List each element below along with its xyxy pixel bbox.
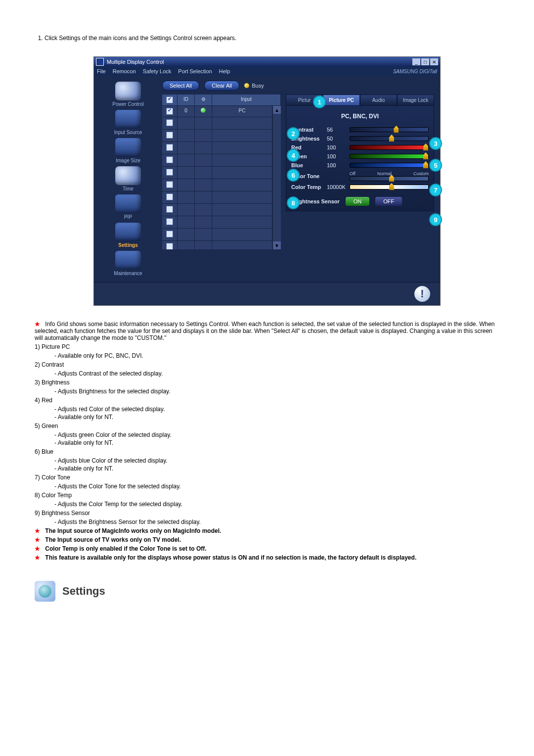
green-value: 100 (327, 153, 346, 159)
sidebar-item-label: Settings (118, 242, 137, 248)
callout-2: 2 (287, 127, 300, 140)
red-value: 100 (327, 144, 346, 150)
star-icon: ★ (35, 545, 41, 552)
blue-slider[interactable] (350, 163, 429, 168)
note-6-sub2: - Available only for NT. (54, 465, 499, 472)
red-row: Red 100 (291, 144, 429, 150)
brightness-sensor-off-button[interactable]: OFF (375, 197, 402, 206)
note-7-sub: - Adjusts the Color Tone for the selecte… (54, 483, 499, 490)
scroll-up-icon[interactable]: ▲ (273, 106, 281, 114)
section-heading: Settings (35, 581, 499, 602)
sidebar-item-maintenance[interactable]: Maintenance (99, 251, 157, 276)
note-4-sub: - Adjusts red Color of the selected disp… (54, 406, 499, 413)
blue-value: 100 (327, 162, 346, 168)
callout-6: 6 (287, 169, 300, 182)
color-temp-slider[interactable] (350, 185, 429, 189)
menu-help[interactable]: Help (219, 68, 230, 74)
grid-row-empty (162, 154, 272, 167)
sidebar: Power Control Input Source Image Size Ti… (97, 79, 159, 279)
sidebar-item-label: Image Size (116, 158, 140, 163)
window-title: Multiple Display Control (107, 59, 164, 65)
green-slider[interactable] (350, 154, 429, 159)
note-4-sub2: - Available only for NT. (54, 414, 499, 421)
grid-row-empty (162, 241, 272, 249)
grid-row-empty (162, 229, 272, 241)
callout-8: 8 (287, 196, 300, 209)
sidebar-item-power[interactable]: Power Control (99, 82, 157, 107)
grid-header-input: Input (212, 94, 281, 105)
settings-heading-icon (35, 581, 55, 602)
tone-normal-label: Normal (377, 171, 392, 176)
brightness-sensor-on-button[interactable]: ON (346, 197, 370, 206)
contrast-row: Contrast 56 (291, 127, 429, 133)
menu-file[interactable]: File (97, 68, 106, 74)
sidebar-item-time[interactable]: Time (99, 166, 157, 191)
close-button[interactable]: ✕ (430, 58, 438, 65)
callout-9: 9 (429, 213, 442, 226)
maintenance-icon (115, 251, 141, 270)
red-slider[interactable] (350, 145, 429, 150)
blue-label: Blue (291, 162, 323, 168)
busy-label: Busy (252, 83, 264, 89)
color-tone-slider[interactable] (350, 176, 429, 181)
grid-row-empty (162, 204, 272, 216)
grid-row-empty (162, 179, 272, 191)
brand-logo: SAMSUNG DIGITall (393, 69, 437, 74)
settings-heading-text: Settings (62, 585, 105, 598)
contrast-value: 56 (327, 127, 346, 133)
image-size-icon (115, 138, 141, 157)
tab-image-lock[interactable]: Image Lock (397, 94, 434, 105)
sidebar-item-input[interactable]: Input Source (99, 110, 157, 135)
grid-header-status: ⚙ (195, 94, 212, 105)
note-1-heading: 1) Picture PC (35, 343, 499, 350)
grid-row-empty (162, 167, 272, 179)
note-8-sub: - Adjusts the Color Temp for the selecte… (54, 501, 499, 508)
brightness-row: Brightness 50 (291, 136, 429, 142)
panel-header: PC, BNC, DVI (291, 113, 429, 120)
note-9-heading: 9) Brightness Sensor (35, 510, 499, 517)
tone-custom-label: Custom (413, 171, 429, 176)
info-icon[interactable]: ! (414, 286, 430, 302)
note-6-heading: 6) Blue (35, 448, 499, 455)
pip-icon (115, 194, 141, 213)
sidebar-item-image-size[interactable]: Image Size (99, 138, 157, 163)
sidebar-item-settings[interactable]: Settings (99, 223, 157, 248)
menu-safety-lock[interactable]: Safety Lock (143, 68, 171, 74)
brightness-slider[interactable] (350, 136, 429, 141)
busy-indicator: Busy (244, 83, 264, 89)
note-5-sub: - Adjusts green Color of the selected di… (54, 431, 499, 438)
menu-port-selection[interactable]: Port Selection (178, 68, 212, 74)
contrast-slider[interactable] (350, 127, 429, 132)
sidebar-item-label: Power Control (112, 101, 143, 107)
grid-header: ID ⚙ Input (162, 94, 281, 106)
grid-header-check[interactable] (162, 94, 178, 105)
time-icon (115, 166, 141, 185)
brightness-sensor-row: Brightness Sensor ON OFF (291, 197, 429, 206)
sidebar-item-pip[interactable]: PIP (99, 194, 157, 220)
maximize-button[interactable]: □ (421, 58, 429, 65)
scroll-down-icon[interactable]: ▼ (273, 241, 281, 249)
intro-note: Info Grid shows some basic information n… (35, 321, 495, 341)
sidebar-item-label: Time (123, 186, 134, 191)
note-1-sub: - Available only for PC, BNC, DVI. (54, 352, 499, 359)
input-source-icon (115, 110, 141, 129)
minimize-button[interactable]: _ (412, 58, 420, 65)
tab-audio[interactable]: Audio (360, 94, 397, 105)
note-2-heading: 2) Contrast (35, 361, 499, 368)
row-id: 0 (178, 106, 195, 117)
grid-row-empty (162, 191, 272, 204)
grid-row[interactable]: 0 PC (162, 106, 272, 117)
note-9-sub: - Adjusts the Brightness Sensor for the … (54, 519, 499, 525)
menu-remocon[interactable]: Remocon (113, 68, 136, 74)
row-checkbox[interactable] (162, 106, 178, 117)
grid-scrollbar[interactable]: ▲ ▼ (272, 106, 281, 249)
row-status (195, 106, 212, 117)
star-icon: ★ (35, 321, 41, 328)
select-all-button[interactable]: Select All (162, 81, 199, 91)
callout-5: 5 (429, 159, 442, 172)
note-4-heading: 4) Red (35, 397, 499, 404)
busy-dot-icon (244, 83, 249, 88)
tab-picture-pc[interactable]: Picture PC (323, 94, 360, 105)
clear-all-button[interactable]: Clear All (204, 81, 239, 91)
star-note-2: The Input source of TV works only on TV … (45, 536, 181, 543)
